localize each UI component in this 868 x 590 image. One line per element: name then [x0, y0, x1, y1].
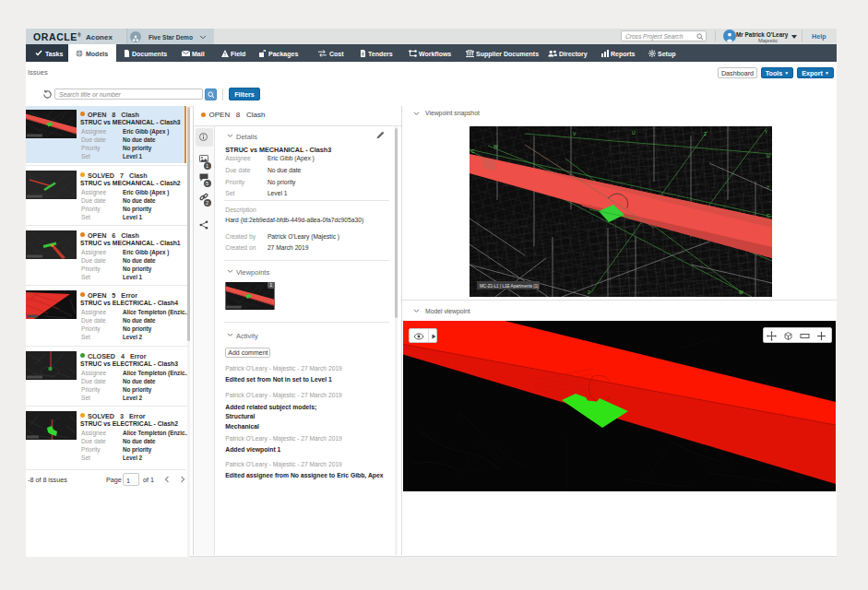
svg-text:U: U — [632, 130, 636, 136]
svg-text:W: W — [493, 144, 498, 149]
svg-text:C: C — [767, 213, 770, 218]
svg-text:2: 2 — [704, 131, 707, 136]
svg-text:C: C — [471, 148, 475, 154]
svg-text:U: U — [767, 153, 770, 159]
svg-text:MC-Z1-L1 | L1E Apartments [1]: MC-Z1-L1 | L1E Apartments [1] — [480, 284, 539, 289]
svg-text:2: 2 — [588, 289, 590, 295]
svg-text:W: W — [739, 289, 743, 295]
